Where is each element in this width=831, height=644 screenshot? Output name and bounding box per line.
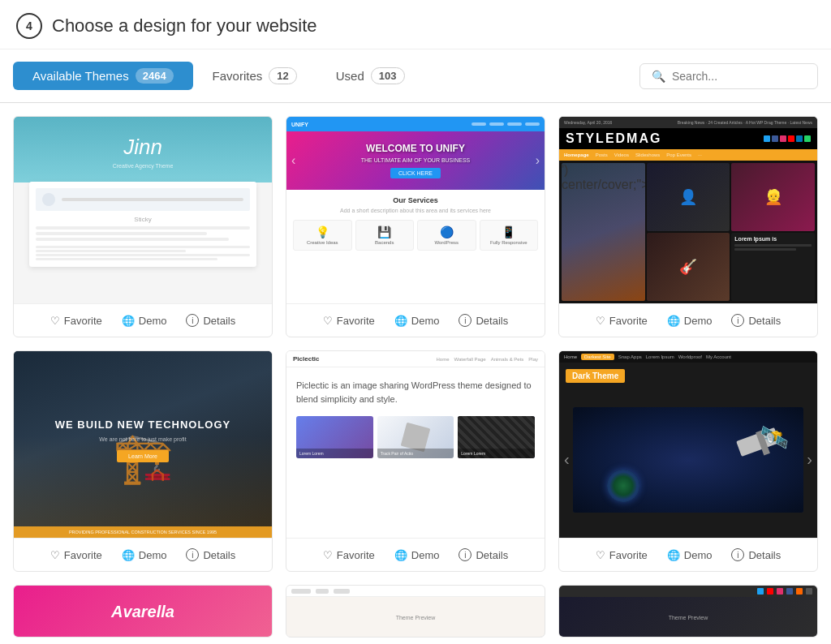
darktheme-nav-account: My Account: [706, 354, 731, 359]
jinn-logo: Jinn: [123, 135, 162, 160]
darktheme-nav-lorem: Lorem Ipsum: [646, 354, 674, 359]
tab-available-label: Available Themes: [32, 69, 129, 83]
theme-card-darktheme: Home Darkest Site Snap Apps Lorem Ipsum …: [558, 350, 818, 572]
theme-card-jinn: Jinn Creative Agency Theme Sticky: [13, 116, 273, 337]
piclectic-logo: Piclectic: [293, 355, 319, 363]
search-input[interactable]: [672, 70, 806, 83]
styledmag-details-btn[interactable]: i Details: [731, 314, 781, 327]
avarella-name: Avarella: [111, 603, 174, 621]
styledmag-logo: STYLEDMAG: [566, 131, 661, 146]
styledmag-favorite-label: Favorite: [609, 315, 648, 327]
theme-card-unify: UNIFY WELCOME TO UNIFY THE ULTIMATE AIM …: [286, 116, 545, 337]
theme-preview-avarella: Avarella: [14, 586, 272, 638]
darktheme-next-btn[interactable]: ›: [807, 450, 812, 469]
unify-card-responsive: 📱 Fully Responsive: [480, 220, 539, 251]
construction-bottom: PROVIDING PROFESSIONAL CONSTRUCTION SERV…: [20, 530, 265, 535]
unify-demo-btn[interactable]: 🌐 Demo: [394, 315, 440, 327]
construction-demo-label: Demo: [139, 549, 167, 561]
piclectic-demo-btn[interactable]: 🌐 Demo: [394, 549, 440, 561]
tab-favorites-count: 12: [269, 67, 296, 84]
theme-preview-darktheme: Home Darkest Site Snap Apps Lorem Ipsum …: [559, 351, 817, 538]
unify-prev-btn[interactable]: ‹: [291, 153, 295, 168]
theme-actions-construction: ♡ Favorite 🌐 Demo i Details: [14, 538, 272, 571]
unify-favorite-btn[interactable]: ♡ Favorite: [323, 315, 375, 327]
piclectic-favorite-btn[interactable]: ♡ Favorite: [323, 549, 375, 561]
jinn-demo-label: Demo: [139, 315, 167, 327]
construction-sub: We are not here to just make profit: [99, 436, 186, 442]
darktheme-nav-home: Home: [564, 354, 577, 359]
heart-icon: ♡: [50, 549, 60, 561]
globe-icon: 🌐: [667, 315, 680, 327]
construction-details-label: Details: [203, 549, 235, 561]
theme-actions-unify: ♡ Favorite 🌐 Demo i Details: [286, 303, 545, 337]
piclectic-description: Piclectic is an image sharing WordPress …: [296, 379, 535, 406]
tab-available-themes[interactable]: Available Themes 2464: [13, 62, 193, 90]
globe-icon: 🌐: [667, 549, 680, 561]
theme-card-piclectic: Piclectic Home Waterfall Page Animals & …: [286, 350, 545, 572]
styledmag-lorem: Lorem Ipsum is: [734, 236, 812, 242]
piclectic-demo-label: Demo: [411, 549, 440, 561]
construction-favorite-btn[interactable]: ♡ Favorite: [50, 549, 102, 561]
jinn-tagline: Creative Agency Theme: [113, 163, 174, 169]
unify-details-label: Details: [476, 315, 508, 327]
unify-hero-title: WELCOME TO UNIFY: [366, 143, 465, 154]
page-title: Choose a design for your website: [52, 15, 317, 36]
construction-favorite-label: Favorite: [64, 549, 102, 561]
unify-services-desc: Add a short description about this area …: [293, 208, 538, 213]
darktheme-favorite-label: Favorite: [609, 549, 648, 561]
unify-services-title: Our Services: [293, 196, 538, 204]
jinn-demo-btn[interactable]: 🌐 Demo: [122, 315, 167, 327]
heart-icon: ♡: [596, 315, 605, 327]
styledmag-nav: Homepage Posts Videos Slideshows Pop Eve…: [559, 149, 817, 161]
theme-preview-unify: UNIFY WELCOME TO UNIFY THE ULTIMATE AIM …: [286, 117, 545, 303]
piclectic-nav: Home Waterfall Page Animals & Pets Play: [436, 357, 538, 362]
search-box[interactable]: 🔍: [639, 63, 818, 89]
tab-used[interactable]: Used 103: [316, 61, 424, 91]
unify-cta-btn[interactable]: CLICK HERE: [390, 168, 441, 178]
theme-card-construction: 🏗️ WE BUILD NEW TECHNOLOGY We are not he…: [13, 350, 273, 572]
tab-favorites[interactable]: Favorites 12: [193, 61, 316, 91]
darktheme-prev-btn[interactable]: ‹: [564, 450, 570, 469]
styledmag-demo-btn[interactable]: 🌐 Demo: [667, 315, 713, 327]
info-icon: i: [459, 314, 471, 327]
info-icon: i: [186, 314, 199, 327]
theme-preview-jinn: Jinn Creative Agency Theme Sticky: [14, 117, 272, 303]
darktheme-favorite-btn[interactable]: ♡ Favorite: [596, 549, 648, 561]
info-icon: i: [731, 314, 744, 327]
unify-card-creative: 💡 Creative Ideas: [293, 220, 352, 251]
theme-preview-construction: 🏗️ WE BUILD NEW TECHNOLOGY We are not he…: [14, 351, 272, 538]
construction-btn[interactable]: Learn More: [117, 450, 169, 462]
info-icon: i: [731, 548, 744, 561]
construction-title: WE BUILD NEW TECHNOLOGY: [55, 419, 231, 432]
styledmag-details-label: Details: [748, 315, 781, 327]
construction-details-btn[interactable]: i Details: [186, 548, 235, 561]
info-icon: i: [186, 548, 199, 561]
darktheme-nav-snapapps: Snap Apps: [618, 354, 642, 359]
tab-used-count: 103: [371, 67, 405, 84]
styledmag-topbar-info: Breaking News · 24 Created Articles · A …: [678, 120, 812, 125]
unify-hero-sub: THE ULTIMATE AIM OF YOUR BUSINESS: [361, 157, 471, 163]
jinn-details-btn[interactable]: i Details: [186, 314, 235, 327]
themes-grid: Jinn Creative Agency Theme Sticky: [0, 103, 831, 644]
darktheme-details-btn[interactable]: i Details: [731, 548, 781, 561]
jinn-favorite-label: Favorite: [64, 315, 102, 327]
styledmag-favorite-btn[interactable]: ♡ Favorite: [596, 315, 648, 327]
globe-icon: 🌐: [122, 549, 135, 561]
unify-details-btn[interactable]: i Details: [459, 314, 508, 327]
unify-favorite-label: Favorite: [337, 315, 375, 327]
darktheme-demo-btn[interactable]: 🌐 Demo: [667, 549, 713, 561]
piclectic-favorite-label: Favorite: [337, 549, 375, 561]
darktheme-hero-label: Dark Theme: [566, 369, 625, 383]
unify-next-btn[interactable]: ›: [536, 153, 540, 168]
piclectic-details-btn[interactable]: i Details: [459, 548, 508, 561]
jinn-details-label: Details: [203, 315, 235, 327]
piclectic-details-label: Details: [476, 549, 508, 561]
construction-demo-btn[interactable]: 🌐 Demo: [122, 549, 167, 561]
heart-icon: ♡: [323, 315, 333, 327]
jinn-favorite-btn[interactable]: ♡ Favorite: [50, 315, 102, 327]
theme-actions-darktheme: ♡ Favorite 🌐 Demo i Details: [559, 538, 817, 571]
unify-demo-label: Demo: [411, 315, 440, 327]
unify-card-backends: 💾 Bacends: [355, 220, 415, 251]
info-icon: i: [459, 548, 471, 561]
darktheme-demo-label: Demo: [684, 549, 713, 561]
